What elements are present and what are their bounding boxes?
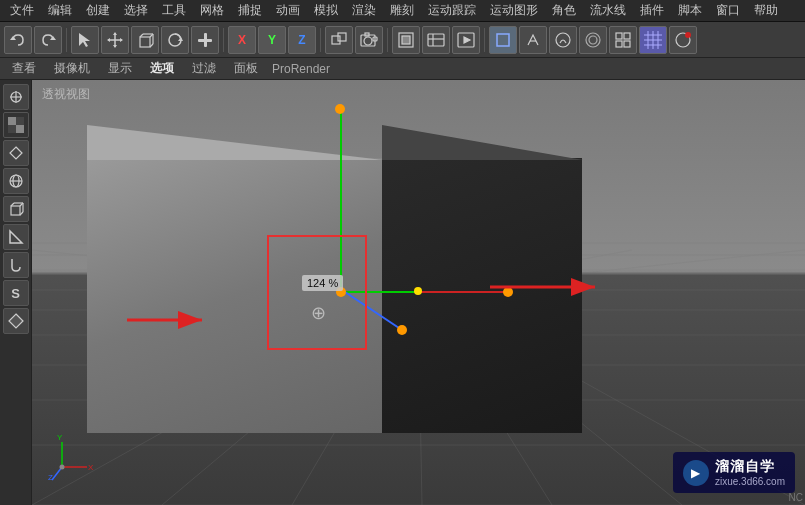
selection-box xyxy=(267,235,367,350)
viewport[interactable]: 透视视图 124 % ⊕ xyxy=(32,80,805,505)
sidebar-sphere[interactable] xyxy=(3,168,29,194)
y-axis-button[interactable]: Y xyxy=(258,26,286,54)
render-button[interactable] xyxy=(452,26,480,54)
toolbar-sep-2 xyxy=(223,28,224,52)
watermark-text: 溜溜自学 zixue.3d66.com xyxy=(715,458,785,487)
svg-rect-54 xyxy=(16,117,24,125)
camera-button[interactable] xyxy=(355,26,383,54)
svg-marker-0 xyxy=(10,36,16,40)
toolbar-sep-4 xyxy=(387,28,388,52)
xyz-indicator: Z X Y xyxy=(47,432,97,485)
spline-button[interactable] xyxy=(579,26,607,54)
menu-snap[interactable]: 捕捉 xyxy=(232,0,268,21)
menu-simulate[interactable]: 模拟 xyxy=(308,0,344,21)
cube-top-face xyxy=(87,125,383,160)
watermark-url: zixue.3d66.com xyxy=(715,476,785,487)
sidebar-diamond2[interactable] xyxy=(3,308,29,334)
svg-rect-26 xyxy=(402,36,410,44)
svg-point-22 xyxy=(364,37,372,45)
sub-menu-options[interactable]: 选项 xyxy=(146,58,178,79)
svg-text:X: X xyxy=(88,463,94,472)
svg-point-102 xyxy=(60,465,65,470)
grid-button[interactable] xyxy=(639,26,667,54)
menu-mesh[interactable]: 网格 xyxy=(194,0,230,21)
menu-character[interactable]: 角色 xyxy=(546,0,582,21)
sub-menu-camera[interactable]: 摄像机 xyxy=(50,58,94,79)
scale-indicator: 124 % xyxy=(302,275,343,291)
render-region-button[interactable] xyxy=(392,26,420,54)
menu-render[interactable]: 渲染 xyxy=(346,0,382,21)
menu-create[interactable]: 创建 xyxy=(80,0,116,21)
svg-marker-31 xyxy=(464,37,470,43)
sub-menu-display[interactable]: 显示 xyxy=(104,58,136,79)
svg-marker-2 xyxy=(79,33,90,47)
sidebar-cube[interactable] xyxy=(3,196,29,222)
rotate-tool[interactable] xyxy=(161,26,189,54)
svg-rect-18 xyxy=(204,33,207,47)
svg-rect-27 xyxy=(428,34,444,46)
svg-marker-56 xyxy=(10,147,22,159)
menu-file[interactable]: 文件 xyxy=(4,0,40,21)
perspective-button[interactable] xyxy=(489,26,517,54)
svg-rect-9 xyxy=(140,37,150,47)
sidebar-move[interactable] xyxy=(3,84,29,110)
x-axis-button[interactable]: X xyxy=(228,26,256,54)
scale-tool[interactable] xyxy=(191,26,219,54)
svg-marker-8 xyxy=(120,38,123,42)
watermark: ▶ 溜溜自学 zixue.3d66.com xyxy=(673,452,795,493)
sidebar-diamond[interactable] xyxy=(3,140,29,166)
svg-marker-1 xyxy=(50,36,56,40)
bottom-right-nc-label: NC xyxy=(789,492,803,503)
main-area: S xyxy=(0,80,805,505)
undo-button[interactable] xyxy=(4,26,32,54)
menu-window[interactable]: 窗口 xyxy=(710,0,746,21)
menu-plugins[interactable]: 插件 xyxy=(634,0,670,21)
sub-menu-view[interactable]: 查看 xyxy=(8,58,40,79)
svg-point-91 xyxy=(397,325,407,335)
viewport-label: 透视视图 xyxy=(42,86,90,103)
sidebar-hook[interactable] xyxy=(3,252,29,278)
svg-rect-53 xyxy=(16,125,24,133)
render-view-button[interactable] xyxy=(422,26,450,54)
watermark-title: 溜溜自学 xyxy=(715,458,785,476)
menu-tools[interactable]: 工具 xyxy=(156,0,192,21)
sub-menu-filter[interactable]: 过滤 xyxy=(188,58,220,79)
svg-rect-37 xyxy=(616,33,622,39)
prorender-label: ProRender xyxy=(272,62,330,76)
sidebar-checkers[interactable] xyxy=(3,112,29,138)
red-arrow-left xyxy=(122,308,212,335)
menu-help[interactable]: 帮助 xyxy=(748,0,784,21)
main-toolbar: X Y Z xyxy=(0,22,805,58)
svg-point-36 xyxy=(589,36,597,44)
menu-pipeline[interactable]: 流水线 xyxy=(584,0,632,21)
menu-sculpt[interactable]: 雕刻 xyxy=(384,0,420,21)
pen-tool[interactable] xyxy=(519,26,547,54)
cube-tool[interactable] xyxy=(131,26,159,54)
z-axis-button[interactable]: Z xyxy=(288,26,316,54)
menu-script[interactable]: 脚本 xyxy=(672,0,708,21)
redo-button[interactable] xyxy=(34,26,62,54)
svg-rect-20 xyxy=(338,33,346,41)
svg-rect-38 xyxy=(624,33,630,39)
svg-rect-32 xyxy=(497,34,509,46)
select-tool[interactable] xyxy=(71,26,99,54)
sidebar-s[interactable]: S xyxy=(3,280,29,306)
field-button[interactable] xyxy=(609,26,637,54)
menu-mograph[interactable]: 运动图形 xyxy=(484,0,544,21)
move-gizmo-icon: ⊕ xyxy=(311,302,326,324)
menu-motion-tracking[interactable]: 运动跟踪 xyxy=(422,0,482,21)
sub-menu-panel[interactable]: 面板 xyxy=(230,58,262,79)
record-button[interactable] xyxy=(669,26,697,54)
svg-rect-55 xyxy=(8,125,16,133)
menu-edit[interactable]: 编辑 xyxy=(42,0,78,21)
sculpt-button[interactable] xyxy=(549,26,577,54)
svg-marker-5 xyxy=(113,32,117,35)
svg-text:Z: Z xyxy=(48,473,53,482)
toolbar-sep-1 xyxy=(66,28,67,52)
svg-rect-39 xyxy=(616,41,622,47)
menu-animate[interactable]: 动画 xyxy=(270,0,306,21)
transform-button[interactable] xyxy=(325,26,353,54)
move-tool[interactable] xyxy=(101,26,129,54)
menu-select[interactable]: 选择 xyxy=(118,0,154,21)
sidebar-corner[interactable] xyxy=(3,224,29,250)
